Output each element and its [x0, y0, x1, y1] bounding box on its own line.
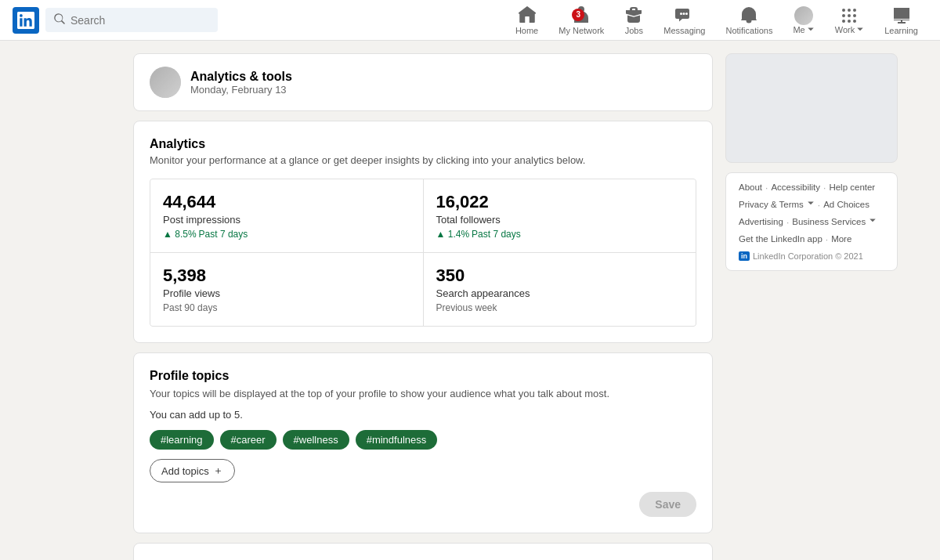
profile-views-label: Profile views: [163, 287, 410, 299]
nav-work[interactable]: Work: [826, 0, 873, 41]
creator-tools-card: Creator tools Creator mode gives you new…: [133, 543, 713, 560]
learning-icon: [892, 5, 911, 24]
jobs-label: Jobs: [625, 26, 643, 35]
page-layout: Analytics & tools Monday, February 13 An…: [0, 0, 940, 560]
network-label: My Network: [559, 26, 604, 35]
jobs-icon: [624, 5, 643, 24]
about-link[interactable]: About: [739, 182, 762, 193]
analytics-grid: 44,644 Post impressions ▲ 8.5% Past 7 da…: [150, 179, 696, 327]
svg-point-4: [848, 14, 851, 17]
post-impressions-label: Post impressions: [163, 214, 410, 226]
svg-point-6: [842, 20, 845, 23]
copyright-text: LinkedIn Corporation © 2021: [753, 251, 863, 261]
avatar: [150, 67, 181, 98]
profile-topics-card: Profile topics Your topics will be displ…: [133, 352, 713, 533]
linkedin-logo-small: in: [739, 251, 750, 261]
footer-links-row-3: Advertising · Business Services: [739, 217, 884, 228]
sidebar-footer-links: About · Accessibility · Help center Priv…: [725, 172, 898, 271]
nav-notifications[interactable]: Notifications: [717, 0, 783, 42]
search-appearances-value: 350: [436, 266, 684, 286]
svg-point-1: [848, 9, 851, 12]
nav-learning[interactable]: Learning: [875, 0, 927, 42]
analytics-cell-total-followers[interactable]: 16,022 Total followers ▲ 1.4% Past 7 day…: [424, 179, 696, 252]
search-bar[interactable]: [45, 8, 218, 32]
footer-links-row-2: Privacy & Terms · Ad Choices: [739, 200, 884, 211]
ad-choices-link[interactable]: Ad Choices: [823, 200, 870, 211]
tag-career: #career: [220, 430, 277, 450]
more-link[interactable]: More: [831, 234, 851, 245]
tag-wellness: #wellness: [283, 430, 349, 450]
main-content: Analytics & tools Monday, February 13 An…: [133, 53, 713, 560]
footer-links-row-1: About · Accessibility · Help center: [739, 182, 884, 193]
add-icon: ＋: [213, 464, 223, 478]
save-button[interactable]: Save: [639, 492, 696, 517]
total-followers-change: ▲ 1.4% Past 7 days: [436, 229, 684, 240]
nav-me[interactable]: Me: [783, 0, 823, 41]
me-icon: [794, 6, 813, 25]
can-add-text: You can add up to 5.: [150, 409, 696, 421]
sidebar: About · Accessibility · Help center Priv…: [725, 53, 898, 560]
topics-tags: #learning #career #wellness #mindfulness: [150, 430, 696, 450]
profile-views-period: Past 90 days: [163, 302, 410, 313]
notifications-label: Notifications: [726, 26, 773, 35]
nav-messaging[interactable]: Messaging: [654, 0, 714, 42]
svg-point-3: [842, 14, 845, 17]
network-badge: 3: [572, 9, 584, 21]
notifications-icon: [739, 5, 758, 24]
navbar: Home 3 My Network Jobs Messaging: [0, 0, 940, 41]
search-input[interactable]: [70, 14, 210, 27]
page-title: Analytics & tools: [190, 70, 292, 84]
total-followers-value: 16,022: [436, 192, 684, 212]
nav-home[interactable]: Home: [506, 0, 548, 42]
accessibility-link[interactable]: Accessibility: [771, 182, 820, 193]
help-center-link[interactable]: Help center: [829, 182, 875, 193]
get-linkedin-app-link[interactable]: Get the LinkedIn app: [739, 234, 822, 245]
post-impressions-value: 44,644: [163, 192, 410, 212]
svg-point-0: [842, 9, 845, 12]
sidebar-ad: [725, 53, 898, 163]
work-label: Work: [835, 25, 864, 34]
profile-topics-title: Profile topics: [150, 369, 696, 383]
home-icon: [518, 5, 537, 24]
messaging-icon: [675, 5, 694, 24]
analytics-card: Analytics Monitor your performance at a …: [133, 121, 713, 343]
advertising-link[interactable]: Advertising: [739, 217, 783, 228]
header-info: Analytics & tools Monday, February 13: [190, 70, 292, 96]
search-icon: [53, 13, 66, 27]
learning-label: Learning: [884, 26, 918, 35]
footer-links-row-4: Get the LinkedIn app · More: [739, 234, 884, 245]
network-icon: 3: [572, 5, 591, 24]
post-impressions-change: ▲ 8.5% Past 7 days: [163, 229, 410, 240]
nav-icons: Home 3 My Network Jobs Messaging: [506, 0, 927, 42]
creator-tools-content: Creator tools Creator mode gives you new…: [134, 544, 712, 560]
svg-point-2: [853, 9, 856, 12]
header-date: Monday, February 13: [190, 84, 292, 96]
linkedin-logo[interactable]: [13, 7, 39, 34]
svg-point-8: [853, 20, 856, 23]
home-label: Home: [515, 26, 538, 35]
add-topics-button[interactable]: Add topics ＋: [150, 459, 235, 482]
tag-learning: #learning: [150, 430, 214, 450]
analytics-title: Analytics: [150, 137, 696, 151]
profile-topics-subtitle: Your topics will be displayed at the top…: [150, 388, 696, 399]
analytics-cell-search-appearances[interactable]: 350 Search appearances Previous week: [424, 253, 696, 326]
profile-views-value: 5,398: [163, 266, 410, 286]
nav-jobs[interactable]: Jobs: [615, 0, 653, 42]
nav-network[interactable]: 3 My Network: [549, 0, 613, 42]
svg-point-5: [853, 14, 856, 17]
header-card: Analytics & tools Monday, February 13: [133, 53, 713, 111]
analytics-cell-post-impressions[interactable]: 44,644 Post impressions ▲ 8.5% Past 7 da…: [150, 179, 423, 252]
privacy-terms-link[interactable]: Privacy & Terms: [739, 200, 804, 211]
total-followers-label: Total followers: [436, 214, 684, 226]
topics-footer: Save: [150, 492, 696, 517]
linkedin-copyright: in LinkedIn Corporation © 2021: [739, 251, 884, 261]
search-appearances-label: Search appearances: [436, 287, 684, 299]
search-appearances-period: Previous week: [436, 302, 684, 313]
tag-mindfulness: #mindfulness: [356, 430, 438, 450]
analytics-cell-profile-views[interactable]: 5,398 Profile views Past 90 days: [150, 253, 423, 326]
add-topics-label: Add topics: [161, 465, 209, 477]
me-label: Me: [793, 25, 814, 34]
messaging-label: Messaging: [663, 26, 705, 35]
svg-point-7: [848, 20, 851, 23]
business-services-link[interactable]: Business Services: [792, 217, 866, 228]
